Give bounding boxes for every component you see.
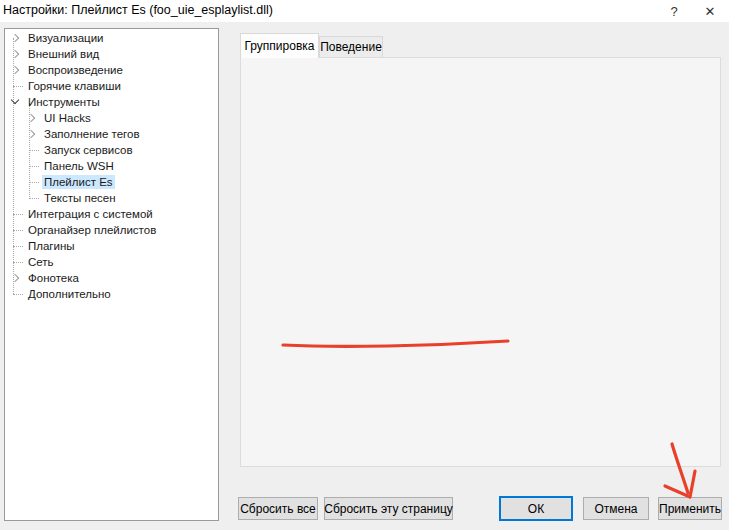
tree-connector xyxy=(13,230,23,231)
settings-tree: Визуализации Внешний вид Воспроизведение… xyxy=(4,28,219,521)
annotation-arrow-head xyxy=(665,471,695,497)
close-icon[interactable]: ✕ xyxy=(695,0,725,22)
chevron-right-icon[interactable] xyxy=(27,114,35,122)
sidebar-item-hotkeys[interactable]: Горячие клавиши xyxy=(6,78,217,94)
sidebar-item-tools[interactable]: Инструменты xyxy=(6,94,217,110)
sidebar-item-advanced[interactable]: Дополнительно xyxy=(6,286,217,302)
help-icon[interactable]: ? xyxy=(659,0,689,22)
sidebar-item-run-services[interactable]: Запуск сервисов xyxy=(6,142,217,158)
sidebar-item-network[interactable]: Сеть xyxy=(6,254,217,270)
sidebar-item-visualizations[interactable]: Визуализации xyxy=(6,30,217,46)
chevron-right-icon[interactable] xyxy=(11,50,19,58)
tree-connector xyxy=(13,214,23,215)
tab-grouping[interactable]: Группировка xyxy=(240,33,319,58)
grouping-tab-panel xyxy=(240,57,721,467)
chevron-right-icon[interactable] xyxy=(27,130,35,138)
sidebar-item-ui-hacks[interactable]: UI Hacks xyxy=(6,110,217,126)
window-title: Настройки: Плейлист Es (foo_uie_esplayli… xyxy=(3,3,273,17)
reset-all-button[interactable]: Сбросить все xyxy=(238,497,318,520)
sidebar-item-playlist-organizer[interactable]: Органайзер плейлистов xyxy=(6,222,217,238)
preferences-dialog: Настройки: Плейлист Es (foo_uie_esplayli… xyxy=(0,0,729,530)
cancel-button[interactable]: Отмена xyxy=(583,497,649,520)
tree-connector xyxy=(13,86,23,87)
tree-connector xyxy=(29,182,39,183)
sidebar-item-appearance[interactable]: Внешний вид xyxy=(6,46,217,62)
sidebar-item-shell-integration[interactable]: Интеграция с системой xyxy=(6,206,217,222)
tree-connector xyxy=(29,166,39,167)
chevron-down-icon[interactable] xyxy=(11,96,19,104)
title-bar: Настройки: Плейлист Es (foo_uie_esplayli… xyxy=(0,0,729,22)
tree-connector xyxy=(29,150,39,151)
chevron-right-icon[interactable] xyxy=(11,274,19,282)
tree-connector xyxy=(13,262,23,263)
tab-behavior[interactable]: Поведение xyxy=(319,36,383,57)
chevron-right-icon[interactable] xyxy=(11,34,19,42)
apply-button[interactable]: Применить xyxy=(658,497,722,520)
ok-button[interactable]: ОК xyxy=(499,496,573,521)
sidebar-item-playlist-es[interactable]: Плейлист Es xyxy=(6,174,217,190)
tree-connector xyxy=(13,246,23,247)
sidebar-item-playback[interactable]: Воспроизведение xyxy=(6,62,217,78)
chevron-right-icon[interactable] xyxy=(11,66,19,74)
sidebar-item-lyrics[interactable]: Тексты песен xyxy=(6,190,217,206)
tree-connector xyxy=(13,294,23,295)
reset-page-button[interactable]: Сбросить эту страницу xyxy=(324,497,453,520)
tree-connector xyxy=(29,198,39,199)
sidebar-item-wsh-panel[interactable]: Панель WSH xyxy=(6,158,217,174)
sidebar-item-tagging[interactable]: Заполнение тегов xyxy=(6,126,217,142)
sidebar-item-components[interactable]: Плагины xyxy=(6,238,217,254)
sidebar-item-media-library[interactable]: Фонотека xyxy=(6,270,217,286)
